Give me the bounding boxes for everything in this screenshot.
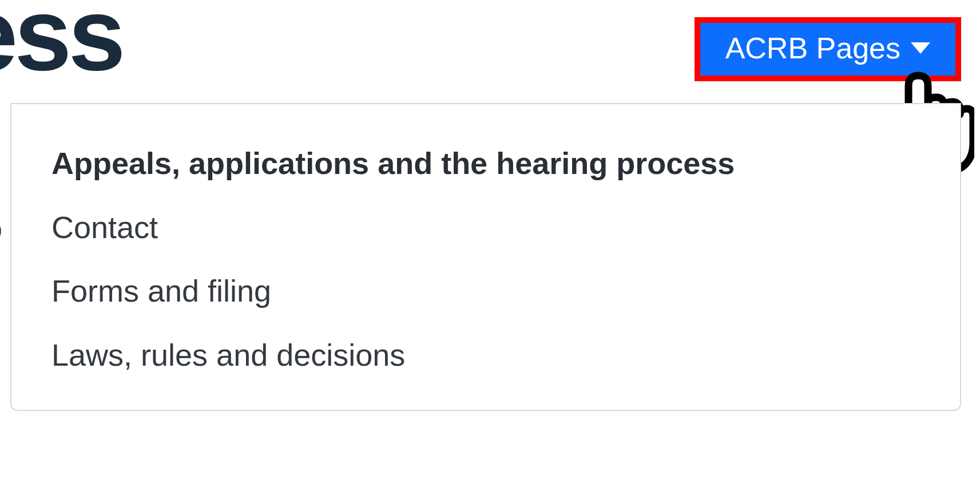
left-edge-text-fragment: o: [0, 211, 2, 246]
acrb-pages-button[interactable]: ACRB Pages: [700, 23, 955, 76]
acrb-pages-dropdown[interactable]: ACRB Pages: [695, 17, 961, 81]
acrb-pages-button-label: ACRB Pages: [725, 33, 900, 63]
page-title: Process: [0, 0, 122, 86]
caret-down-icon: [911, 42, 930, 54]
menu-item-laws[interactable]: Laws, rules and decisions: [51, 323, 920, 387]
svg-marker-0: [911, 42, 930, 54]
menu-item-contact[interactable]: Contact: [51, 196, 920, 260]
menu-item-forms[interactable]: Forms and filing: [51, 259, 920, 323]
menu-item-appeals[interactable]: Appeals, applications and the hearing pr…: [51, 132, 920, 196]
acrb-pages-menu: Appeals, applications and the hearing pr…: [10, 103, 961, 411]
annotation-highlight-box: ACRB Pages: [695, 17, 961, 81]
